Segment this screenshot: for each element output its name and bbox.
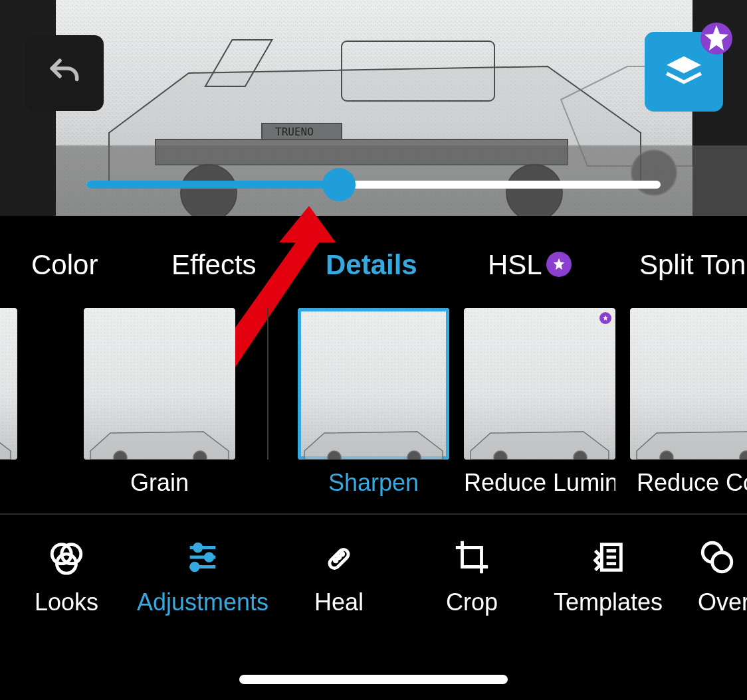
option-thumbnail	[630, 308, 747, 460]
option-label: Grain	[84, 469, 235, 497]
tool-label: Over	[698, 588, 747, 616]
tab-label: Split Tone	[639, 249, 747, 280]
tab-label: Color	[31, 249, 98, 280]
adjustment-options: deGrainSharpenReduce LuminaReduce Colo	[0, 308, 747, 497]
option-sharpen[interactable]: Sharpen	[298, 308, 449, 497]
tool-label: Adjustments	[137, 588, 268, 616]
home-indicator[interactable]	[239, 675, 508, 684]
option-lumina[interactable]: Reduce Lumina	[464, 308, 615, 497]
tool-label: Heal	[314, 588, 364, 616]
option-thumbnail	[464, 308, 615, 460]
svg-point-16	[660, 451, 673, 460]
tool-heal[interactable]: Heal	[272, 515, 405, 640]
tool-overlays[interactable]: Over	[678, 515, 747, 640]
option-colno[interactable]: Reduce Colo	[630, 308, 747, 497]
undo-button[interactable]	[25, 35, 104, 111]
slider-thumb[interactable]	[322, 168, 356, 201]
templates-icon	[589, 538, 627, 576]
looks-icon	[47, 538, 86, 576]
preview-badge-text: TRUENO	[275, 126, 314, 138]
tab-label: Effects	[171, 249, 257, 280]
adjustments-icon	[183, 538, 222, 576]
tab-effects[interactable]: Effects	[171, 249, 257, 281]
adjustment-tabs: ColorEffectsDetailsHSLSplit Tone	[0, 238, 747, 292]
tool-label: Looks	[35, 588, 98, 616]
option-label: Sharpen	[298, 469, 449, 497]
layers-icon	[663, 51, 704, 92]
svg-point-24	[205, 554, 213, 561]
premium-badge-icon	[546, 252, 572, 277]
option-thumbnail	[298, 308, 449, 460]
svg-point-14	[494, 451, 507, 460]
premium-badge-icon	[700, 23, 732, 54]
svg-point-12	[328, 451, 341, 460]
tab-hsl[interactable]: HSL	[488, 249, 572, 281]
svg-point-28	[334, 559, 337, 562]
options-divider	[267, 308, 268, 460]
tool-label: Templates	[554, 588, 663, 616]
heal-icon	[320, 538, 358, 576]
tab-details[interactable]: Details	[326, 249, 417, 281]
premium-badge-icon	[599, 312, 611, 324]
option-label: Reduce Lumina	[464, 469, 615, 497]
option-thumbnail	[84, 308, 235, 460]
svg-point-36	[712, 553, 732, 572]
tool-adjustments[interactable]: Adjustments	[133, 515, 272, 640]
bottom-toolbar: LooksAdjustmentsHealCropTemplatesOver	[0, 513, 747, 638]
option-grain[interactable]: Grain	[84, 308, 235, 497]
svg-point-30	[341, 553, 344, 555]
layers-button[interactable]	[645, 32, 723, 112]
tool-label: Crop	[446, 588, 498, 616]
overlays-icon	[698, 538, 736, 576]
tool-crop[interactable]: Crop	[405, 515, 538, 640]
tab-label: HSL	[488, 249, 542, 280]
svg-point-29	[338, 556, 340, 559]
option-label: de	[0, 469, 17, 497]
svg-point-13	[407, 451, 421, 460]
svg-point-15	[574, 451, 587, 460]
svg-point-22	[194, 544, 201, 551]
tab-color[interactable]: Color	[31, 249, 98, 281]
option-label: Reduce Colo	[630, 469, 747, 497]
tool-templates[interactable]: Templates	[538, 515, 678, 640]
crop-icon	[453, 538, 491, 576]
svg-point-11	[193, 451, 207, 460]
option-fade[interactable]: de	[0, 308, 17, 497]
svg-point-10	[114, 451, 127, 460]
tool-looks[interactable]: Looks	[0, 515, 133, 640]
tab-split[interactable]: Split Tone	[639, 249, 747, 281]
undo-icon	[46, 54, 83, 92]
tab-label: Details	[326, 249, 417, 280]
option-thumbnail	[0, 308, 17, 460]
svg-point-26	[191, 563, 199, 570]
slider-fill	[86, 181, 339, 189]
